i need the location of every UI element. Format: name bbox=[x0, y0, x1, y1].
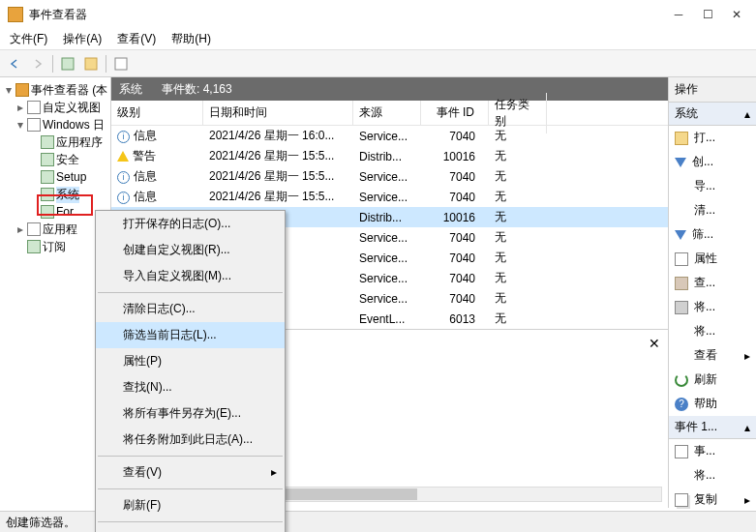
ctx-filter-log[interactable]: 筛选当前日志(L)... bbox=[96, 322, 285, 348]
back-button[interactable] bbox=[4, 53, 25, 74]
warning-icon bbox=[117, 151, 129, 162]
action-event-properties[interactable]: 事... bbox=[669, 439, 756, 463]
col-source[interactable]: 来源 bbox=[353, 101, 421, 125]
folder-icon bbox=[27, 101, 41, 114]
tree-app-services[interactable]: ▸应用程 bbox=[2, 221, 108, 238]
filter-icon bbox=[675, 230, 686, 240]
title-bar: 事件查看器 ─ ☐ ✕ bbox=[0, 0, 756, 29]
menu-file[interactable]: 文件(F) bbox=[4, 29, 53, 49]
action-help[interactable]: ?帮助 bbox=[669, 392, 756, 416]
refresh-icon bbox=[675, 373, 688, 387]
tree-custom-views[interactable]: ▸自定义视图 bbox=[2, 99, 108, 116]
col-eventid[interactable]: 事件 ID bbox=[421, 101, 489, 125]
properties-icon bbox=[675, 445, 688, 458]
action-import-view[interactable]: 导... bbox=[669, 174, 756, 198]
help-icon: ? bbox=[675, 398, 688, 411]
context-menu[interactable]: 打开保存的日志(O)... 创建自定义视图(R)... 导入自定义视图(M)..… bbox=[95, 210, 286, 532]
menu-action[interactable]: 操作(A) bbox=[57, 29, 107, 49]
show-hide-button[interactable] bbox=[57, 53, 78, 74]
close-button[interactable]: ✕ bbox=[731, 9, 742, 20]
properties-icon bbox=[675, 252, 688, 266]
tree-subscriptions[interactable]: 订阅 bbox=[2, 238, 108, 255]
actions-section-event[interactable]: 事件 1...▴ bbox=[669, 416, 756, 439]
help-button[interactable] bbox=[110, 53, 132, 74]
action-save-as[interactable]: 将... bbox=[669, 295, 756, 319]
window-controls: ─ ☐ ✕ bbox=[673, 9, 742, 20]
log-icon bbox=[27, 240, 41, 253]
action-filter-log[interactable]: 筛... bbox=[669, 222, 756, 247]
tree-application[interactable]: 应用程序 bbox=[2, 133, 108, 151]
menu-separator bbox=[98, 292, 283, 293]
action-copy[interactable]: 复制▸ bbox=[669, 488, 756, 512]
chevron-right-icon: ▸ bbox=[744, 493, 750, 507]
action-attach-task[interactable]: 将... bbox=[669, 319, 756, 343]
col-level[interactable]: 级别 bbox=[111, 101, 203, 125]
ctx-create-view[interactable]: 创建自定义视图(R)... bbox=[96, 237, 285, 263]
folder-icon bbox=[27, 118, 41, 132]
folder-open-icon bbox=[675, 132, 688, 145]
tree-windows-logs[interactable]: ▾Windows 日 bbox=[2, 116, 108, 133]
ctx-clear-log[interactable]: 清除日志(C)... bbox=[96, 296, 285, 322]
action-clear-log[interactable]: 清... bbox=[669, 198, 756, 222]
log-icon bbox=[41, 188, 54, 201]
action-properties[interactable]: 属性 bbox=[669, 247, 756, 271]
clear-icon bbox=[675, 204, 688, 218]
ctx-refresh[interactable]: 刷新(F) bbox=[96, 492, 285, 518]
ctx-find[interactable]: 查找(N)... bbox=[96, 374, 285, 400]
table-row[interactable]: 警告2021/4/26 星期一 15:5...Distrib...10016无 bbox=[111, 146, 668, 166]
menu-separator bbox=[98, 521, 283, 522]
action-refresh[interactable]: 刷新 bbox=[669, 368, 756, 392]
action-event-attach[interactable]: 将... bbox=[669, 463, 756, 488]
ctx-open-saved[interactable]: 打开保存的日志(O)... bbox=[96, 211, 285, 237]
actions-title: 操作 bbox=[669, 77, 756, 103]
scrollbar-thumb[interactable] bbox=[281, 488, 416, 500]
action-create-view[interactable]: 创... bbox=[669, 150, 756, 174]
menu-help[interactable]: 帮助(H) bbox=[166, 29, 217, 49]
maximize-button[interactable]: ☐ bbox=[702, 9, 713, 20]
tree-forwarded[interactable]: For bbox=[2, 203, 108, 221]
app-icon bbox=[8, 7, 23, 22]
action-view[interactable]: 查看▸ bbox=[669, 343, 756, 368]
table-row[interactable]: i信息2021/4/26 星期一 16:0...Service...7040无 bbox=[111, 126, 668, 146]
folder-icon bbox=[27, 222, 41, 236]
log-icon bbox=[41, 153, 54, 166]
window-title: 事件查看器 bbox=[29, 7, 673, 23]
tree-root[interactable]: ▾事件查看器 (本 bbox=[2, 81, 108, 99]
grid-header[interactable]: 级别 日期和时间 来源 事件 ID 任务类别 bbox=[111, 101, 668, 126]
ctx-attach-task[interactable]: 将任务附加到此日志(A)... bbox=[96, 427, 285, 453]
ctx-properties[interactable]: 属性(P) bbox=[96, 348, 285, 374]
table-row[interactable]: i信息2021/4/26 星期一 15:5...Service...7040无 bbox=[111, 166, 668, 187]
action-find[interactable]: 查... bbox=[669, 271, 756, 295]
find-icon bbox=[675, 277, 688, 290]
close-detail-button[interactable]: ✕ bbox=[649, 336, 660, 351]
menu-separator bbox=[98, 488, 283, 489]
copy-icon bbox=[675, 493, 688, 507]
forward-button[interactable] bbox=[27, 53, 48, 74]
ctx-save-as[interactable]: 将所有事件另存为(E)... bbox=[96, 400, 285, 427]
ctx-import-view[interactable]: 导入自定义视图(M)... bbox=[96, 263, 285, 289]
info-icon: i bbox=[117, 192, 130, 204]
actions-section-system[interactable]: 系统▴ bbox=[669, 103, 756, 126]
log-icon bbox=[41, 205, 54, 219]
col-datetime[interactable]: 日期和时间 bbox=[203, 101, 353, 125]
separator bbox=[106, 55, 106, 73]
ctx-view[interactable]: 查看(V)▸ bbox=[96, 459, 285, 486]
minimize-button[interactable]: ─ bbox=[673, 9, 684, 20]
collapse-icon: ▴ bbox=[744, 421, 750, 434]
list-count: 事件数: 4,163 bbox=[162, 81, 232, 98]
log-icon bbox=[41, 135, 54, 149]
export-button[interactable] bbox=[80, 53, 102, 74]
import-icon bbox=[675, 180, 688, 193]
tree-security[interactable]: 安全 bbox=[2, 151, 108, 168]
menu-view[interactable]: 查看(V) bbox=[111, 29, 162, 49]
list-header: 系统 事件数: 4,163 bbox=[111, 77, 668, 101]
svg-rect-0 bbox=[62, 58, 74, 70]
tree-system[interactable]: 系统 bbox=[2, 186, 108, 203]
separator bbox=[52, 55, 53, 73]
menu-bar: 文件(F) 操作(A) 查看(V) 帮助(H) bbox=[0, 29, 756, 50]
view-icon bbox=[675, 349, 688, 363]
tree-setup[interactable]: Setup bbox=[2, 168, 108, 186]
ctx-help[interactable]: 帮助(H)▸ bbox=[96, 525, 285, 532]
action-open-saved[interactable]: 打... bbox=[669, 126, 756, 150]
table-row[interactable]: i信息2021/4/26 星期一 15:5...Service...7040无 bbox=[111, 187, 668, 207]
